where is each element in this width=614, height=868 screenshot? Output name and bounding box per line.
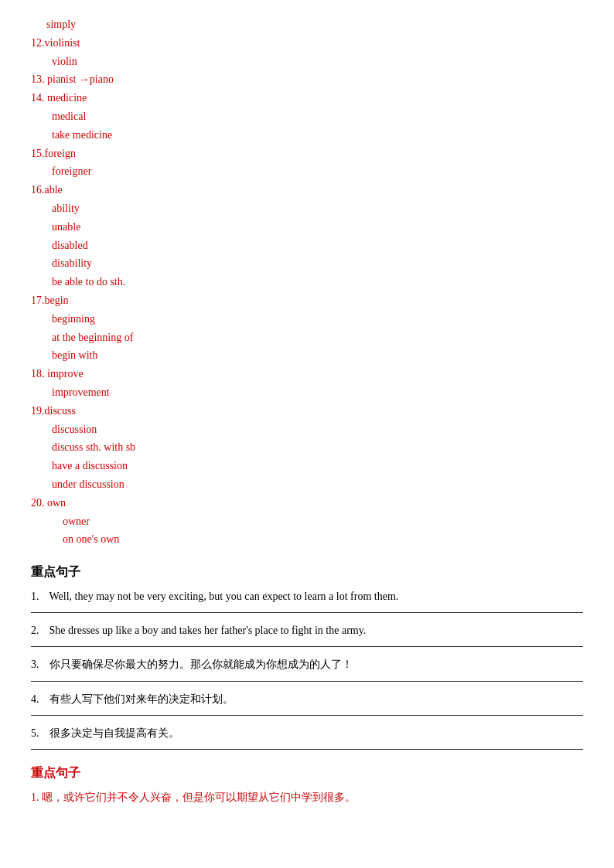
word-12: 12.violinist [31,34,583,53]
word-disability: disability [46,254,583,273]
sentence-3: 3. 你只要确保尽你最大的努力。那么你就能成为你想成为的人了！ [31,655,583,681]
word-19: 19.discuss [31,402,583,420]
word-under-discussion: under discussion [46,475,583,494]
word-14: 14. medicine [31,89,583,107]
sentence-1: 1. Well, they may not be very exciting, … [31,587,583,613]
word-foreigner: foreigner [46,162,583,181]
sentence-num-5: 5. [31,723,46,743]
word-discussion: discussion [46,420,583,439]
word-16: 16.able [31,181,583,199]
word-unable: unable [46,218,583,237]
sentence-text-3: 你只要确保尽你最大的努力。那么你就能成为你想成为的人了！ [49,655,582,674]
sentence-5: 5. 很多决定与自我提高有关。 [31,723,583,750]
word-beginning: beginning [46,310,583,328]
sentence-text-1: Well, they may not be very exciting, but… [49,587,582,606]
sentence-text-4: 有些人写下他们对来年的决定和计划。 [49,689,582,709]
word-17: 17.begin [31,291,583,310]
word-begin-with: begin with [46,346,583,365]
sentence-text-2: She dresses up like a boy and takes her … [49,621,582,640]
word-medical: medical [46,107,583,126]
sentence-red-text-1: 嗯，或许它们并不令人兴奋，但是你可以期望从它们中学到很多。 [42,791,356,803]
section-title-2: 重点句子 [31,765,583,781]
word-on-ones-own: on one's own [46,530,583,549]
word-ability: ability [46,199,583,218]
sentence-num-3: 3. [31,655,46,674]
word-at-the-beginning: at the beginning of [46,328,583,347]
sentence-num-1: 1. [31,587,46,606]
sentence-red-num-1: 1. [31,791,42,803]
word-13: 13. pianist →piano [31,70,583,89]
word-disabled: disabled [46,237,583,255]
word-be-able: be able to do sth. [46,273,583,291]
word-20: 20. own [31,494,583,512]
word-15: 15.foreign [31,145,583,163]
word-improvement: improvement [46,383,583,402]
sentence-list: 1. Well, they may not be very exciting, … [31,587,583,750]
word-list: simply 12.violinist violin 13. pianist →… [31,15,583,549]
word-have-discussion: have a discussion [46,457,583,475]
word-violin: violin [46,53,583,71]
word-take-medicine: take medicine [46,126,583,145]
word-owner: owner [46,512,583,531]
sentence-num-2: 2. [31,621,46,640]
sentence-red-1: 1. 嗯，或许它们并不令人兴奋，但是你可以期望从它们中学到很多。 [31,788,583,813]
sentence-text-5: 很多决定与自我提高有关。 [49,723,582,743]
sentence-red-list: 1. 嗯，或许它们并不令人兴奋，但是你可以期望从它们中学到很多。 [31,788,583,813]
sentence-num-4: 4. [31,689,46,709]
section-title-1: 重点句子 [31,564,583,580]
sentence-4: 4. 有些人写下他们对来年的决定和计划。 [31,689,583,716]
sentence-2: 2. She dresses up like a boy and takes h… [31,621,583,647]
word-simply: simply [46,15,583,34]
word-discuss-with: discuss sth. with sb [46,438,583,457]
word-18: 18. improve [31,365,583,383]
